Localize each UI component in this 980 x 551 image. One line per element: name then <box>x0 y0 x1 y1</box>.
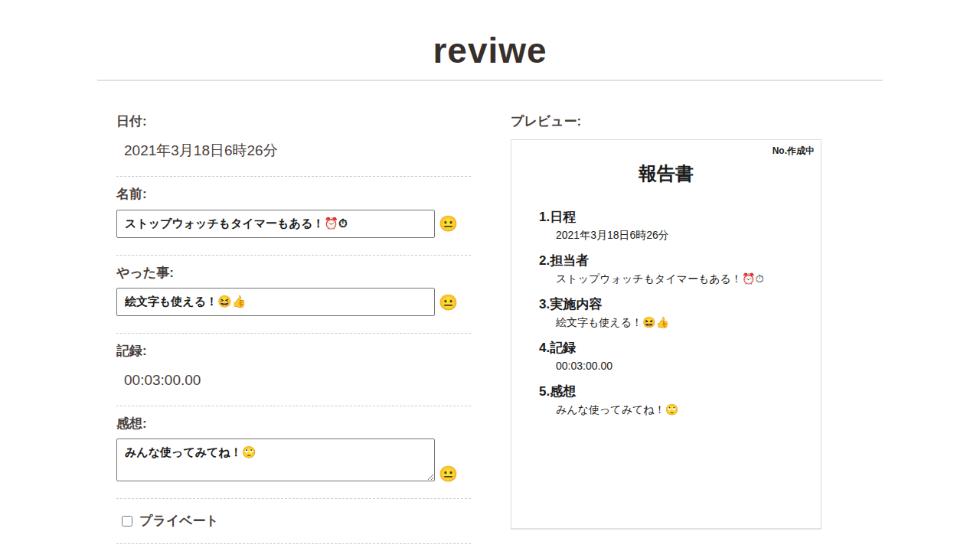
neutral-face-icon: 😐 <box>439 294 458 311</box>
date-label: 日付: <box>116 115 471 129</box>
report-item-number: 2. <box>539 253 550 268</box>
report-preview-document: No.作成中 報告書 1.日程 2021年3月18日6時26分 2.担当者 スト… <box>511 139 822 530</box>
impression-textarea[interactable]: みんな使ってみてね！🙄 <box>116 439 435 481</box>
report-item-number: 4. <box>539 341 550 355</box>
name-input-row: 😐 <box>116 210 471 238</box>
report-item-heading: 4.記録 <box>539 340 813 357</box>
report-item-number: 1. <box>539 210 550 224</box>
report-item-title: 記録 <box>550 341 576 355</box>
impression-input-row: みんな使ってみてね！🙄 😐 <box>116 439 471 481</box>
report-item-title: 担当者 <box>550 253 589 268</box>
form-section-impression: 感想: みんな使ってみてね！🙄 😐 <box>116 417 471 500</box>
name-emoji-picker-button[interactable]: 😐 <box>439 216 458 231</box>
report-item: 2.担当者 ストップウォッチもタイマーもある！⏰⏱ <box>539 253 813 286</box>
report-item: 4.記録 00:03:00.00 <box>539 340 813 373</box>
report-item-heading: 2.担当者 <box>539 253 813 269</box>
name-input[interactable] <box>116 210 435 238</box>
private-checkbox-label: プライベート <box>139 512 219 530</box>
header: reviwe <box>97 0 883 81</box>
report-title: 報告書 <box>511 163 821 185</box>
private-checkbox[interactable] <box>122 516 132 527</box>
report-form: 日付: 2021年3月18日6時26分 名前: 😐 やった事: 😐 <box>116 115 471 551</box>
page-container: reviwe 日付: 2021年3月18日6時26分 名前: 😐 やった事: <box>97 0 883 551</box>
report-item: 1.日程 2021年3月18日6時26分 <box>539 209 813 243</box>
report-item-heading: 1.日程 <box>539 209 813 226</box>
report-item: 3.実施内容 絵文字も使える！😆👍 <box>539 296 813 330</box>
report-item-value: 00:03:00.00 <box>556 359 813 373</box>
date-value: 2021年3月18日6時26分 <box>116 142 471 159</box>
report-item: 5.感想 みんな使ってみてね！🙄 <box>539 383 813 417</box>
preview-panel: プレビュー: No.作成中 報告書 1.日程 2021年3月18日6時26分 2… <box>511 115 822 551</box>
impression-label: 感想: <box>116 417 471 432</box>
report-item-value: 絵文字も使える！😆👍 <box>556 315 813 330</box>
form-section-name: 名前: 😐 <box>116 187 471 256</box>
page-title: reviwe <box>97 0 883 69</box>
form-section-activity: やった事: 😐 <box>116 266 471 334</box>
report-item-heading: 5.感想 <box>539 383 813 400</box>
record-value: 00:03:00.00 <box>116 372 471 389</box>
neutral-face-icon: 😐 <box>439 215 458 232</box>
report-item-heading: 3.実施内容 <box>539 296 813 313</box>
main-content: 日付: 2021年3月18日6時26分 名前: 😐 やった事: 😐 <box>97 81 883 551</box>
activity-emoji-picker-button[interactable]: 😐 <box>439 295 458 310</box>
form-section-record: 記録: 00:03:00.00 <box>116 344 471 406</box>
name-label: 名前: <box>116 187 471 202</box>
private-checkbox-row[interactable]: プライベート <box>116 512 471 530</box>
preview-label: プレビュー: <box>511 115 822 129</box>
activity-input-row: 😐 <box>116 288 471 316</box>
report-item-number: 5. <box>539 384 550 399</box>
report-item-title: 実施内容 <box>550 297 602 311</box>
neutral-face-icon: 😐 <box>439 465 458 482</box>
report-item-value: ストップウォッチもタイマーもある！⏰⏱ <box>556 272 813 286</box>
report-number: No.作成中 <box>511 140 821 156</box>
report-item-value: みんな使ってみてね！🙄 <box>556 403 813 417</box>
report-item-number: 3. <box>539 297 550 311</box>
report-item-value: 2021年3月18日6時26分 <box>556 228 813 243</box>
report-item-title: 感想 <box>550 384 576 399</box>
activity-label: やった事: <box>116 266 471 281</box>
activity-input[interactable] <box>116 288 435 316</box>
impression-emoji-picker-button[interactable]: 😐 <box>439 466 458 481</box>
report-item-title: 日程 <box>550 210 576 224</box>
form-section-private: プライベート <box>116 510 471 544</box>
report-item-list: 1.日程 2021年3月18日6時26分 2.担当者 ストップウォッチもタイマー… <box>511 209 821 417</box>
record-label: 記録: <box>116 344 471 359</box>
form-section-date: 日付: 2021年3月18日6時26分 <box>116 115 471 177</box>
